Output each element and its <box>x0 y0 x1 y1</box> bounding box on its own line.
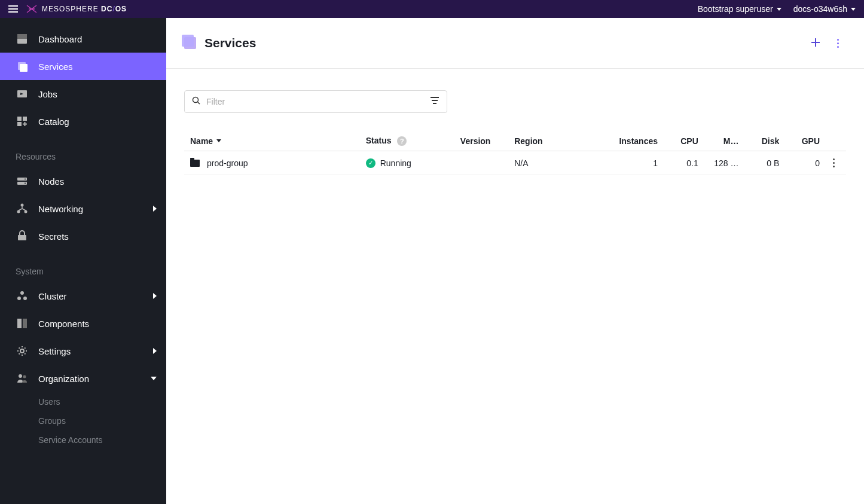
cell-actions <box>826 151 846 175</box>
sidebar-item-catalog[interactable]: Catalog <box>0 108 166 135</box>
sidebar-subitem-label: Service Accounts <box>38 435 102 445</box>
page-header: Services <box>166 18 864 69</box>
svg-point-13 <box>17 210 20 213</box>
column-header-cpu[interactable]: CPU <box>664 131 704 151</box>
column-header-disk[interactable]: Disk <box>745 131 786 151</box>
sidebar-item-label: Jobs <box>38 89 57 99</box>
nodes-icon <box>16 175 29 188</box>
kebab-icon <box>832 157 840 169</box>
sidebar-item-dashboard[interactable]: Dashboard <box>0 25 166 53</box>
column-header-name[interactable]: Name <box>184 131 360 151</box>
sidebar-item-cluster[interactable]: Cluster <box>0 282 166 310</box>
networking-icon <box>16 202 29 215</box>
sidebar: Dashboard Services Jobs Catalog Resource… <box>0 18 166 504</box>
column-label: Region <box>514 136 542 146</box>
table-row[interactable]: prod-group ✓ Running N/A 1 0.1 <box>184 151 846 175</box>
sidebar-item-nodes[interactable]: Nodes <box>0 167 166 195</box>
svg-rect-1 <box>17 34 27 39</box>
column-label: Name <box>190 136 213 146</box>
column-label: Disk <box>762 136 780 146</box>
secrets-icon <box>16 230 29 243</box>
column-label: CPU <box>680 136 698 146</box>
service-name[interactable]: prod-group <box>207 158 248 168</box>
column-header-mem[interactable]: M… <box>704 131 745 151</box>
sidebar-subitem-users[interactable]: Users <box>0 392 166 411</box>
chevron-down-icon <box>151 377 157 380</box>
svg-rect-19 <box>17 319 22 328</box>
cell-cpu: 0.1 <box>664 151 704 175</box>
sidebar-item-settings[interactable]: Settings <box>0 337 166 365</box>
row-actions-menu[interactable] <box>832 157 840 169</box>
sidebar-subitem-service-accounts[interactable]: Service Accounts <box>0 430 166 450</box>
sidebar-subitem-label: Groups <box>38 416 66 426</box>
page-header-left: Services <box>184 36 256 50</box>
filter-options-button[interactable] <box>430 96 439 107</box>
cluster-icon <box>16 289 29 303</box>
sidebar-item-label: Dashboard <box>38 34 82 44</box>
svg-rect-6 <box>23 117 27 121</box>
sidebar-item-components[interactable]: Components <box>0 310 166 337</box>
chevron-right-icon <box>153 206 157 212</box>
menu-toggle-button[interactable] <box>8 5 18 13</box>
sidebar-item-services[interactable]: Services <box>0 53 166 80</box>
cluster-dropdown[interactable]: docs-o34w6sh <box>793 4 856 14</box>
svg-point-24 <box>193 97 199 103</box>
svg-rect-3 <box>20 64 28 72</box>
services-page-icon <box>184 37 196 49</box>
brand: MESOSPHERE DC/OS <box>26 5 127 13</box>
svg-point-18 <box>23 297 27 300</box>
sidebar-item-label: Nodes <box>38 176 64 187</box>
chevron-right-icon <box>153 348 157 354</box>
column-header-instances[interactable]: Instances <box>596 131 664 151</box>
column-label: GPU <box>802 136 820 146</box>
column-label: Status <box>366 136 392 145</box>
jobs-icon <box>16 87 29 100</box>
svg-rect-15 <box>18 235 26 240</box>
sidebar-item-organization[interactable]: Organization <box>0 365 166 392</box>
user-dropdown[interactable]: Bootstrap superuser <box>698 4 781 14</box>
svg-point-12 <box>21 204 24 207</box>
sidebar-item-jobs[interactable]: Jobs <box>0 80 166 108</box>
catalog-icon <box>16 115 29 128</box>
services-table: Name Status ? Version Region Instances C… <box>184 131 846 175</box>
plus-icon <box>811 38 820 47</box>
svg-rect-5 <box>17 117 22 121</box>
svg-point-11 <box>25 183 26 184</box>
help-icon[interactable]: ? <box>397 136 407 146</box>
filter-input[interactable] <box>206 97 430 106</box>
column-header-version[interactable]: Version <box>454 131 508 151</box>
services-icon <box>16 60 29 73</box>
components-icon <box>16 317 29 330</box>
table-area: Name Status ? Version Region Instances C… <box>166 113 864 175</box>
svg-point-23 <box>23 375 26 378</box>
dashboard-icon <box>16 32 29 45</box>
sidebar-item-networking[interactable]: Networking <box>0 195 166 222</box>
svg-point-21 <box>20 349 24 353</box>
svg-point-22 <box>19 374 22 378</box>
user-label: Bootstrap superuser <box>698 4 773 14</box>
sidebar-subitem-groups[interactable]: Groups <box>0 411 166 430</box>
page-actions-menu[interactable] <box>836 38 840 49</box>
chevron-right-icon <box>153 293 157 299</box>
kebab-icon <box>836 38 840 49</box>
cell-name: prod-group <box>184 151 360 175</box>
sidebar-item-secrets[interactable]: Secrets <box>0 222 166 250</box>
organization-icon <box>16 372 29 385</box>
column-header-gpu[interactable]: GPU <box>785 131 826 151</box>
topbar-right: Bootstrap superuser docs-o34w6sh <box>698 4 856 14</box>
sort-descending-icon <box>216 139 221 142</box>
svg-rect-20 <box>23 319 27 328</box>
column-header-status[interactable]: Status ? <box>360 131 454 151</box>
brand-text-3: OS <box>115 5 127 13</box>
add-service-button[interactable] <box>811 36 820 50</box>
column-header-region[interactable]: Region <box>508 131 596 151</box>
sidebar-item-label: Secrets <box>38 231 69 242</box>
caret-down-icon <box>851 8 856 11</box>
brand-text-2: DC <box>101 5 112 13</box>
sidebar-item-label: Services <box>38 62 73 72</box>
status-text: Running <box>380 158 411 168</box>
svg-point-17 <box>17 297 21 300</box>
topbar-left: MESOSPHERE DC/OS <box>8 5 127 13</box>
svg-point-10 <box>25 179 26 180</box>
svg-rect-7 <box>17 122 22 126</box>
